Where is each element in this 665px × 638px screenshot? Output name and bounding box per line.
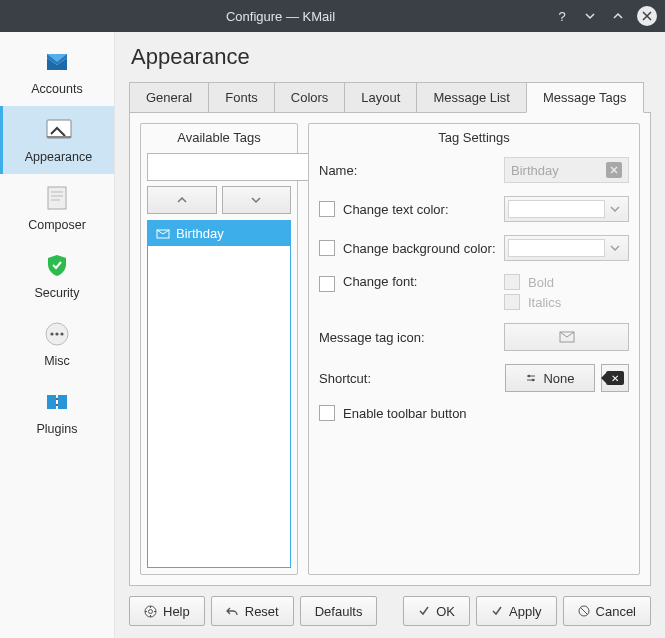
- toolbar-checkbox[interactable]: [319, 405, 335, 421]
- sidebar-item-appearance[interactable]: Appearance: [0, 106, 114, 174]
- sidebar-item-label: Composer: [28, 218, 86, 232]
- help-icon: [144, 605, 157, 618]
- shortcut-value: None: [543, 371, 574, 386]
- tab-fonts[interactable]: Fonts: [208, 82, 275, 112]
- color-swatch: [508, 200, 605, 218]
- undo-icon: [226, 605, 239, 618]
- sidebar-item-label: Security: [34, 286, 79, 300]
- svg-point-15: [532, 379, 535, 382]
- name-value: Birthday: [511, 163, 600, 178]
- check-icon: [418, 605, 430, 617]
- cancel-icon: [578, 605, 590, 617]
- tab-message-tags[interactable]: Message Tags: [526, 82, 644, 113]
- svg-rect-10: [47, 395, 56, 409]
- shortcut-label: Shortcut:: [319, 371, 371, 386]
- italics-checkbox: [504, 294, 520, 310]
- move-up-button[interactable]: [147, 186, 217, 214]
- svg-point-7: [50, 332, 53, 335]
- tag-settings-panel: Tag Settings Name: Birthday Change text …: [308, 123, 640, 575]
- reset-button[interactable]: Reset: [211, 596, 294, 626]
- chevron-down-icon[interactable]: [581, 7, 599, 25]
- new-tag-input[interactable]: [147, 153, 325, 181]
- tab-colors[interactable]: Colors: [274, 82, 346, 112]
- sidebar-item-misc[interactable]: Misc: [0, 310, 114, 378]
- svg-rect-2: [48, 187, 66, 209]
- sidebar-item-composer[interactable]: Composer: [0, 174, 114, 242]
- svg-point-14: [528, 375, 531, 378]
- window-title: Configure — KMail: [8, 9, 553, 24]
- bg-color-picker[interactable]: [504, 235, 629, 261]
- chevron-down-icon: [605, 244, 625, 252]
- tag-icon-label: Message tag icon:: [319, 330, 425, 345]
- help-button[interactable]: Help: [129, 596, 205, 626]
- svg-rect-11: [58, 395, 67, 409]
- panel-title: Tag Settings: [309, 124, 639, 153]
- help-icon[interactable]: ?: [553, 7, 571, 25]
- svg-point-17: [149, 609, 153, 613]
- svg-point-9: [60, 332, 63, 335]
- bg-color-label: Change background color:: [343, 241, 496, 256]
- ok-button[interactable]: OK: [403, 596, 470, 626]
- bold-label: Bold: [528, 275, 554, 290]
- bold-checkbox: [504, 274, 520, 290]
- tag-icon-button[interactable]: [504, 323, 629, 351]
- defaults-button[interactable]: Defaults: [300, 596, 378, 626]
- sidebar-item-label: Misc: [44, 354, 70, 368]
- tabs: General Fonts Colors Layout Message List…: [129, 82, 651, 113]
- plugins-icon: [41, 386, 73, 418]
- dots-icon: [41, 318, 73, 350]
- toolbar-label: Enable toolbar button: [343, 406, 467, 421]
- name-label: Name:: [319, 163, 357, 178]
- svg-rect-1: [47, 136, 71, 138]
- footer: Help Reset Defaults OK Apply Cancel: [129, 586, 651, 626]
- appearance-icon: [43, 114, 75, 146]
- color-swatch: [508, 239, 605, 257]
- text-color-label: Change text color:: [343, 202, 449, 217]
- composer-icon: [41, 182, 73, 214]
- configure-icon: [525, 372, 537, 384]
- cancel-button[interactable]: Cancel: [563, 596, 651, 626]
- sidebar-item-plugins[interactable]: Plugins: [0, 378, 114, 446]
- tab-layout[interactable]: Layout: [344, 82, 417, 112]
- shield-icon: [41, 250, 73, 282]
- sidebar-item-label: Plugins: [37, 422, 78, 436]
- tab-message-list[interactable]: Message List: [416, 82, 527, 112]
- apply-button[interactable]: Apply: [476, 596, 557, 626]
- available-tags-panel: Available Tags Birthday: [140, 123, 298, 575]
- font-checkbox[interactable]: [319, 276, 335, 292]
- backspace-icon: ✕: [606, 371, 624, 385]
- sidebar: Accounts Appearance Composer Security Mi…: [0, 32, 115, 638]
- tag-label: Birthday: [176, 226, 224, 241]
- shortcut-button[interactable]: None: [505, 364, 595, 392]
- sidebar-item-label: Appearance: [25, 150, 92, 164]
- text-color-picker[interactable]: [504, 196, 629, 222]
- sidebar-item-accounts[interactable]: Accounts: [0, 38, 114, 106]
- text-color-checkbox[interactable]: [319, 201, 335, 217]
- tag-list[interactable]: Birthday: [147, 220, 291, 568]
- svg-point-8: [55, 332, 58, 335]
- titlebar: Configure — KMail ?: [0, 0, 665, 32]
- clear-icon[interactable]: [606, 162, 622, 178]
- move-down-button[interactable]: [222, 186, 292, 214]
- sidebar-item-label: Accounts: [31, 82, 82, 96]
- panel-title: Available Tags: [141, 124, 297, 153]
- chevron-down-icon: [605, 205, 625, 213]
- name-field[interactable]: Birthday: [504, 157, 629, 183]
- tag-item[interactable]: Birthday: [148, 221, 290, 246]
- page-title: Appearance: [131, 44, 651, 70]
- chevron-up-icon[interactable]: [609, 7, 627, 25]
- tag-icon: [156, 227, 170, 241]
- clear-shortcut-button[interactable]: ✕: [601, 364, 629, 392]
- italics-label: Italics: [528, 295, 561, 310]
- mail-icon: [41, 46, 73, 78]
- sidebar-item-security[interactable]: Security: [0, 242, 114, 310]
- check-icon: [491, 605, 503, 617]
- close-icon[interactable]: [637, 6, 657, 26]
- bg-color-checkbox[interactable]: [319, 240, 335, 256]
- font-label: Change font:: [343, 274, 417, 289]
- tab-general[interactable]: General: [129, 82, 209, 112]
